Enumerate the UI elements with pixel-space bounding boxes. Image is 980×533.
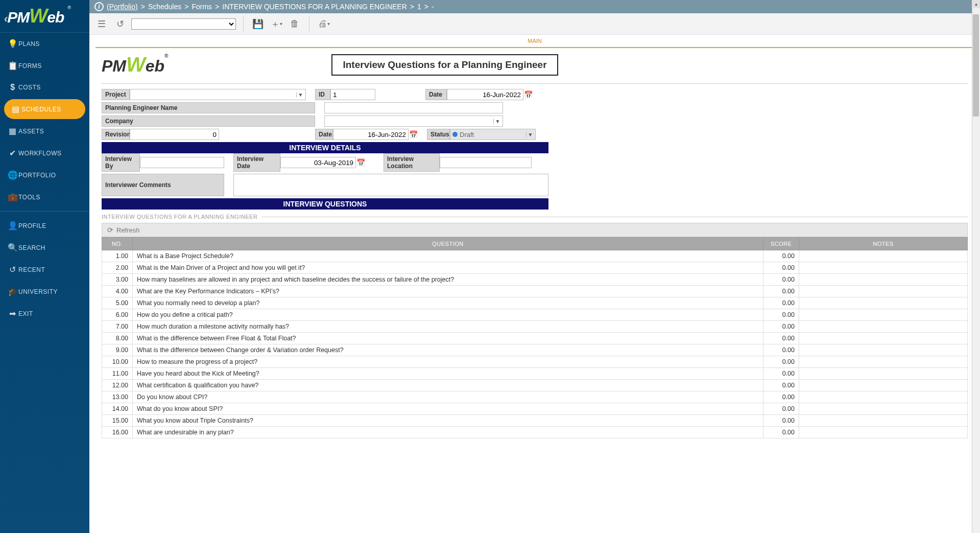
calendar-icon[interactable]: 📅 xyxy=(523,90,533,99)
toolbar-sep xyxy=(243,16,244,32)
calendar-icon[interactable]: 📅 xyxy=(356,158,365,167)
table-row[interactable]: 8.00What is the difference between Free … xyxy=(102,333,968,344)
col-score[interactable]: SCORE xyxy=(763,238,799,250)
nav-plans[interactable]: 💡PLANS xyxy=(0,33,89,55)
comments-label: Interviewer Comments xyxy=(102,174,224,196)
status-select[interactable]: Draft ▼ xyxy=(450,129,536,140)
section-interview-details: INTERVIEW DETAILS xyxy=(102,142,548,153)
print-icon[interactable]: 🖨▾ xyxy=(317,17,331,31)
search-icon: 🔍 xyxy=(7,243,18,252)
nav-profile-label: PROFILE xyxy=(18,222,46,229)
table-row[interactable]: 3.00How many baselines are allowed in an… xyxy=(102,274,968,286)
table-row[interactable]: 14.00What do you know about SPI?0.00 xyxy=(102,403,968,415)
table-row[interactable]: 6.00How do you define a critical path?0.… xyxy=(102,309,968,321)
interview-location-label: Interview Location xyxy=(384,153,440,172)
table-row[interactable]: 4.00What are the Key Performance Indicat… xyxy=(102,286,968,297)
exit-icon: ➡ xyxy=(7,309,18,318)
delete-icon[interactable]: 🗑 xyxy=(288,17,302,31)
cell-no: 13.00 xyxy=(102,391,133,403)
date-input[interactable] xyxy=(447,89,523,100)
nav-search[interactable]: 🔍SEARCH xyxy=(0,237,89,259)
table-row[interactable]: 7.00How much duration a milestone activi… xyxy=(102,321,968,333)
cell-notes xyxy=(799,368,968,380)
list-icon[interactable]: ☰ xyxy=(94,17,109,31)
lightbulb-icon: 💡 xyxy=(7,39,18,49)
cell-no: 15.00 xyxy=(102,415,133,427)
refresh-icon[interactable]: ⟳ xyxy=(107,226,113,234)
cell-question: What you normally need to develop a plan… xyxy=(133,297,763,309)
engineer-input[interactable] xyxy=(324,102,503,113)
table-row[interactable]: 1.00What is a Base Project Schedule?0.00 xyxy=(102,250,968,262)
breadcrumb-sep: > xyxy=(215,3,219,11)
nav-forms-label: FORMS xyxy=(18,62,42,69)
breadcrumb-sep: > xyxy=(141,3,145,11)
cell-notes xyxy=(799,391,968,403)
cell-no: 10.00 xyxy=(102,356,133,368)
history-icon[interactable]: ↺ xyxy=(113,17,127,31)
logo-reg: ® xyxy=(68,5,71,10)
nav-plans-label: PLANS xyxy=(18,40,40,48)
nav-exit[interactable]: ➡EXIT xyxy=(0,303,89,325)
table-row[interactable]: 11.00Have you heard about the Kick of Me… xyxy=(102,368,968,380)
nav-portfolio[interactable]: 🌐PORTFOLIO xyxy=(0,164,89,186)
scroll-thumb[interactable] xyxy=(973,14,979,117)
comments-input[interactable] xyxy=(233,174,548,196)
col-question[interactable]: QUESTION xyxy=(133,238,763,250)
table-row[interactable]: 2.00What is the Main Driver of a Project… xyxy=(102,262,968,274)
col-notes[interactable]: NOTES xyxy=(799,238,968,250)
company-select[interactable]: ▼ xyxy=(324,115,503,127)
add-icon[interactable]: ＋▾ xyxy=(269,17,283,31)
cell-score: 0.00 xyxy=(763,274,799,286)
nav-workflows[interactable]: ✔WORKFLOWS xyxy=(0,142,89,164)
table-row[interactable]: 12.00What certification & qualification … xyxy=(102,380,968,391)
cell-no: 8.00 xyxy=(102,333,133,344)
nav-schedules[interactable]: ▤SCHEDULES xyxy=(4,99,85,119)
cell-question: What are the Key Performance Indicators … xyxy=(133,286,763,297)
calendar-icon[interactable]: 📅 xyxy=(409,130,418,138)
id-input[interactable] xyxy=(330,89,375,100)
date2-label: Date xyxy=(315,129,333,140)
cell-score: 0.00 xyxy=(763,380,799,391)
dollar-icon: $ xyxy=(7,83,18,92)
nav-tools[interactable]: 💼TOOLS xyxy=(0,186,89,208)
scrollbar[interactable]: ▴ xyxy=(972,0,980,533)
content-logo-reg: ® xyxy=(164,53,168,59)
interview-date-input[interactable] xyxy=(280,157,356,168)
table-row[interactable]: 13.00Do you know about CPI?0.00 xyxy=(102,391,968,403)
cell-question: Have you heard about the Kick of Meeting… xyxy=(133,368,763,380)
interview-by-input[interactable] xyxy=(140,157,224,168)
date2-input[interactable] xyxy=(333,129,409,140)
history-icon: ↺ xyxy=(7,265,18,274)
revision-input[interactable] xyxy=(130,129,219,140)
cell-score: 0.00 xyxy=(763,427,799,438)
cell-notes xyxy=(799,321,968,333)
nav-forms[interactable]: 📋FORMS xyxy=(0,55,89,77)
breadcrumb-sep: > xyxy=(410,3,414,11)
divider xyxy=(102,83,968,84)
toolbar-select[interactable] xyxy=(131,18,236,30)
cell-question: What are undesirable in any plan? xyxy=(133,427,763,438)
nav-assets[interactable]: ▦ASSETS xyxy=(0,120,89,142)
scroll-up-icon[interactable]: ▴ xyxy=(972,0,980,8)
save-icon[interactable]: 💾 xyxy=(251,17,265,31)
nav-portfolio-label: PORTFOLIO xyxy=(18,172,56,179)
nav-profile[interactable]: 👤PROFILE xyxy=(0,215,89,237)
project-select[interactable]: ▼ xyxy=(130,89,306,100)
nav-recent[interactable]: ↺RECENT xyxy=(0,259,89,281)
cell-score: 0.00 xyxy=(763,297,799,309)
breadcrumb-portfolio[interactable]: (Portfolio) xyxy=(107,3,138,11)
table-row[interactable]: 16.00What are undesirable in any plan?0.… xyxy=(102,427,968,438)
table-row[interactable]: 9.00What is the difference between Chang… xyxy=(102,344,968,356)
table-row[interactable]: 10.00How to measure the progress of a pr… xyxy=(102,356,968,368)
col-no[interactable]: NO. xyxy=(102,238,133,250)
nav-costs[interactable]: $COSTS xyxy=(0,77,89,98)
nav-university[interactable]: 🎓UNIVERSITY xyxy=(0,281,89,303)
tab-main[interactable]: MAIN xyxy=(95,35,974,48)
table-row[interactable]: 15.00What you know about Triple Constrai… xyxy=(102,415,968,427)
interview-location-input[interactable] xyxy=(440,157,532,168)
logo-eb: eb xyxy=(47,9,64,26)
refresh-button[interactable]: Refresh xyxy=(116,226,140,234)
clipboard-icon: 📋 xyxy=(7,61,18,71)
table-row[interactable]: 5.00What you normally need to develop a … xyxy=(102,297,968,309)
info-icon[interactable]: i xyxy=(94,2,104,11)
